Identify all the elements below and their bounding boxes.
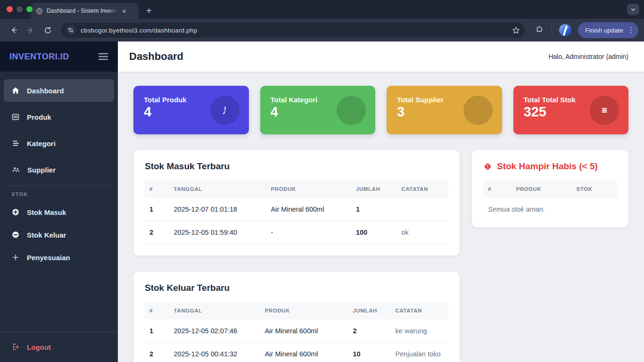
url-text[interactable]: cbsbogor.byethost3.com/dashboard.php [81,27,508,34]
table-row: 12025-12-05 02:07:46Air Mineral 600ml2ke… [145,320,448,343]
column-header: PRODUK [260,302,348,320]
stok-keluar-table: #TANGGALPRODUKJUMLAHCATATAN 12025-12-05 … [145,302,448,362]
circle-badge-icon [463,96,493,125]
page-title: Dashboard [129,50,183,63]
stok-masuk-title: Stok Masuk Terbaru [145,161,448,172]
column-header: STOK [571,180,617,198]
window-controls [7,6,33,12]
table-cell: Air Mineral 600ml [260,320,348,343]
table-cell: 2 [145,343,169,362]
stok-habis-title: Stok Hampir Habis (< 5) [483,161,617,172]
table-cell: 2025-12-05 02:07:46 [169,320,260,343]
sidebar-item-label: Kategori [27,140,56,148]
sidebar-item-label: Produk [27,113,51,121]
table-cell: 100 [351,221,397,244]
sidebar-item-label: Stok Masuk [27,208,66,216]
column-header: JUMLAH [351,180,397,198]
url-bar[interactable]: cbsbogor.byethost3.com/dashboard.php [61,23,525,38]
column-header: CATATAN [397,180,449,198]
minimize-window-button[interactable] [17,6,23,12]
sidebar-section-stok: STOK [4,186,114,201]
stat-card-total-supplier: Total Supplier 3 [387,86,502,134]
stok-habis-title-text: Stok Hampir Habis (< 5) [497,161,598,172]
tab-search-button[interactable] [627,4,639,15]
stok-habis-empty-text: Semua stok aman. [483,198,617,216]
column-header: PRODUK [512,180,572,198]
reload-button[interactable] [41,23,55,37]
table-cell: 1 [145,198,169,221]
sidebar-item-label: Dashboard [27,87,64,95]
stok-keluar-panel: Stok Keluar Terbaru #TANGGALPRODUKJUMLAH… [133,272,460,362]
column-header: # [145,180,169,198]
table-cell: Air Mineral 600ml [266,198,351,221]
tab-close-icon[interactable]: × [121,7,127,15]
column-header: JUMLAH [348,302,390,320]
table-row: 12025-12-07 01:01:18Air Mineral 600ml1 [145,198,448,221]
sidebar-item-stok-masuk[interactable]: Stok Masuk [4,201,114,223]
table-cell: 2 [145,221,169,244]
close-window-button[interactable] [7,6,13,12]
sidebar-item-penyesuaian[interactable]: Penyesuaian [4,246,114,269]
browser-tab[interactable]: Dashboard - Sistem Inventory × [31,3,139,19]
new-tab-button[interactable]: + [146,6,152,16]
circle-badge-icon [337,96,366,125]
brand-logo: INVENTORI.ID [9,52,69,62]
panels-row: Stok Masuk Terbaru #TANGGALPRODUKJUMLAHC… [133,150,628,255]
column-header: # [145,302,169,320]
sidebar-item-dashboard[interactable]: Dashboard [4,79,114,102]
finish-update-label: Finish update [585,27,623,34]
plus-circle-icon [11,208,20,216]
stat-cards-row: Total Produk 4 Total Kategori 4 Total Su… [133,86,628,134]
sidebar: INVENTORI.ID Dashboard Produk Kategori S… [0,41,118,362]
sidebar-item-label: Supplier [27,166,56,174]
alert-diamond-icon [483,162,492,171]
sidebar-nav: Dashboard Produk Kategori Supplier STOK … [0,72,118,269]
browser-menu-icon[interactable]: ⋮ [627,26,635,34]
column-header: TANGGAL [169,302,260,320]
table-header-row: #TANGGALPRODUKJUMLAHCATATAN [145,302,448,320]
plus-icon [11,253,20,262]
chevron-down-icon [630,7,636,12]
stat-card-total-produk: Total Produk 4 [133,86,249,134]
sidebar-item-label: Penyesuaian [27,254,70,262]
browser-chrome: Dashboard - Sistem Inventory × + cbsbogo… [0,0,644,41]
logout-button[interactable]: Logout [0,331,118,362]
logout-icon [11,343,20,351]
column-header: # [483,180,512,198]
toolbar-divider [552,25,552,35]
clock-icon [210,96,239,125]
finish-update-button[interactable]: Finish update ⋮ [578,22,638,38]
stat-card-total-kategori: Total Kategori 4 [260,86,376,134]
stok-masuk-table: #TANGGALPRODUKJUMLAHCATATAN 12025-12-07 … [145,180,448,244]
site-settings-icon[interactable] [65,25,76,36]
table-cell: 2 [348,320,390,343]
minus-circle-icon [11,230,20,239]
browser-toolbar: cbsbogor.byethost3.com/dashboard.php Fin… [0,19,644,41]
table-row: 22025-12-05 00:41:32Air Mineral 600ml10P… [145,343,448,362]
sidebar-item-produk[interactable]: Produk [4,106,114,128]
home-icon [11,86,20,95]
bookmark-star-icon[interactable] [512,26,520,34]
sidebar-item-stok-keluar[interactable]: Stok Keluar [4,223,114,246]
column-header: TANGGAL [169,180,266,198]
forward-button[interactable] [24,23,38,37]
sidebar-item-kategori[interactable]: Kategori [4,132,114,155]
column-header: PRODUK [266,180,351,198]
sidebar-item-supplier[interactable]: Supplier [4,158,114,181]
maximize-window-button[interactable] [26,6,33,12]
tab-strip: Dashboard - Sistem Inventory × + [0,0,644,19]
stok-habis-table: #PRODUKSTOK [483,180,617,198]
extensions-icon[interactable] [532,23,546,37]
profile-avatar[interactable] [559,24,571,36]
table-row: 22025-12-05 01:59:40-100ok [145,221,448,244]
list-badge-icon [590,96,619,125]
back-button[interactable] [7,23,21,37]
stok-masuk-panel: Stok Masuk Terbaru #TANGGALPRODUKJUMLAHC… [133,150,460,255]
column-header: CATATAN [391,302,448,320]
table-cell: Penjualan toko [391,343,448,362]
table-header-row: #PRODUKSTOK [483,180,617,198]
people-icon [11,165,20,174]
stok-keluar-title: Stok Keluar Terbaru [145,283,448,293]
globe-favicon-icon [36,8,43,15]
hamburger-menu-icon[interactable] [98,53,108,60]
